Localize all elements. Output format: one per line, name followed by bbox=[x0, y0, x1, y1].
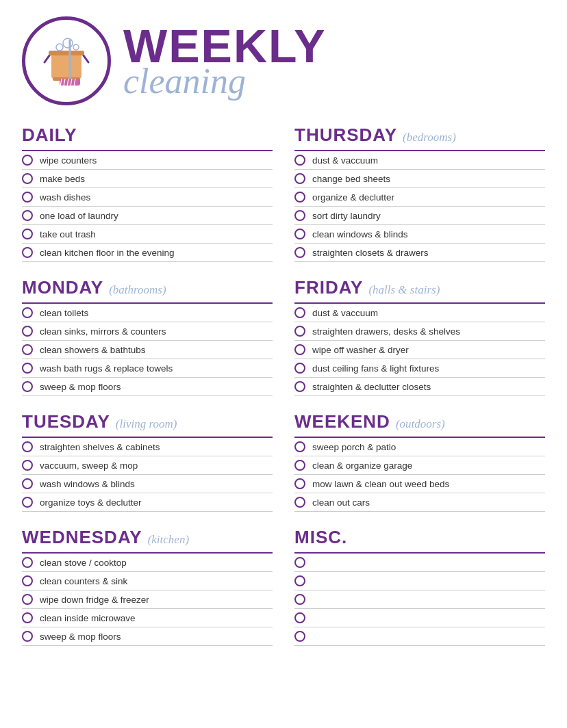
checkbox-circle[interactable] bbox=[294, 192, 305, 203]
content-columns: DAILYwipe countersmake bedswash disheson… bbox=[22, 125, 545, 661]
logo-circle bbox=[22, 16, 111, 105]
checkbox-circle[interactable] bbox=[22, 344, 33, 355]
checkbox-circle[interactable] bbox=[294, 155, 305, 166]
item-text: clean stove / cooktop bbox=[40, 558, 127, 568]
checkbox-circle[interactable] bbox=[22, 326, 33, 337]
checkbox-circle[interactable] bbox=[294, 557, 305, 568]
checkbox-circle[interactable] bbox=[294, 363, 305, 374]
item-text: wash bath rugs & replace towels bbox=[40, 363, 173, 374]
item-text: sweep & mop floors bbox=[40, 382, 121, 392]
list-item: straighten & declutter closets bbox=[294, 378, 545, 396]
day-label-thursday: THURSDAY bbox=[294, 125, 397, 146]
title-block: WEEKLY cleaning bbox=[123, 23, 327, 99]
section-daily: DAILYwipe countersmake bedswash disheson… bbox=[22, 125, 273, 262]
checkbox-circle[interactable] bbox=[294, 612, 305, 623]
item-text: organize & declutter bbox=[312, 192, 394, 203]
day-label-misc: MISC. bbox=[294, 527, 347, 548]
item-text: one load of laundry bbox=[40, 211, 118, 221]
day-label-friday: FRIDAY bbox=[294, 277, 363, 298]
list-item: sweep porch & patio bbox=[294, 438, 545, 456]
header: WEEKLY cleaning bbox=[22, 16, 545, 105]
list-item bbox=[294, 627, 545, 646]
section-title-wednesday: WEDNESDAY(kitchen) bbox=[22, 527, 273, 548]
list-item: vaccuum, sweep & mop bbox=[22, 456, 273, 475]
checkbox-circle[interactable] bbox=[294, 460, 305, 471]
list-item: one load of laundry bbox=[22, 207, 273, 225]
checkbox-circle[interactable] bbox=[22, 575, 33, 586]
list-item: straighten closets & drawers bbox=[294, 244, 545, 262]
checkbox-circle[interactable] bbox=[294, 326, 305, 337]
checkbox-circle[interactable] bbox=[294, 307, 305, 318]
item-text: wash windows & blinds bbox=[40, 479, 135, 489]
checkbox-circle[interactable] bbox=[22, 155, 33, 166]
checkbox-circle[interactable] bbox=[22, 363, 33, 374]
svg-rect-9 bbox=[60, 79, 80, 86]
item-text: straighten drawers, desks & shelves bbox=[312, 326, 460, 337]
list-item: dust & vaccuum bbox=[294, 151, 545, 170]
checkbox-circle[interactable] bbox=[294, 575, 305, 586]
checkbox-circle[interactable] bbox=[22, 497, 33, 508]
list-item: organize & declutter bbox=[294, 188, 545, 207]
checkbox-circle[interactable] bbox=[294, 173, 305, 184]
list-item: sort dirty laundry bbox=[294, 207, 545, 225]
checkbox-circle[interactable] bbox=[22, 631, 33, 642]
sub-label-monday: (bathrooms) bbox=[109, 283, 166, 297]
checkbox-circle[interactable] bbox=[294, 497, 305, 508]
item-text: sweep & mop floors bbox=[40, 632, 121, 642]
list-item: organize toys & declutter bbox=[22, 493, 273, 512]
section-title-thursday: THURSDAY(bedrooms) bbox=[294, 125, 545, 146]
item-text: straighten closets & drawers bbox=[312, 248, 429, 258]
checkbox-circle[interactable] bbox=[22, 557, 33, 568]
section-misc: MISC. bbox=[294, 527, 545, 646]
list-item: clean windows & blinds bbox=[294, 225, 545, 244]
checkbox-circle[interactable] bbox=[22, 381, 33, 392]
checkbox-circle[interactable] bbox=[22, 229, 33, 239]
checkbox-circle[interactable] bbox=[22, 307, 33, 318]
checkbox-circle[interactable] bbox=[294, 210, 305, 221]
checkbox-circle[interactable] bbox=[294, 247, 305, 258]
checkbox-circle[interactable] bbox=[22, 210, 33, 221]
section-tuesday: TUESDAY(living room)straighten shelves &… bbox=[22, 411, 273, 512]
item-text: clean toilets bbox=[40, 308, 88, 318]
checkbox-circle[interactable] bbox=[22, 594, 33, 605]
item-text: straighten & declutter closets bbox=[312, 382, 431, 392]
checkbox-circle[interactable] bbox=[22, 192, 33, 203]
list-item: mow lawn & clean out weed beds bbox=[294, 475, 545, 493]
item-list-wednesday: clean stove / cooktopclean counters & si… bbox=[22, 552, 273, 646]
list-item: change bed sheets bbox=[294, 170, 545, 188]
checkbox-circle[interactable] bbox=[294, 594, 305, 605]
list-item: dust & vaccuum bbox=[294, 304, 545, 322]
item-text: dust & vaccuum bbox=[312, 308, 378, 318]
item-text: mow lawn & clean out weed beds bbox=[312, 479, 449, 489]
list-item: sweep & mop floors bbox=[22, 627, 273, 646]
left-column: DAILYwipe countersmake bedswash disheson… bbox=[22, 125, 273, 661]
checkbox-circle[interactable] bbox=[294, 478, 305, 489]
checkbox-circle[interactable] bbox=[22, 173, 33, 184]
checkbox-circle[interactable] bbox=[22, 478, 33, 489]
list-item bbox=[294, 572, 545, 590]
sub-label-friday: (halls & stairs) bbox=[368, 283, 440, 297]
checkbox-circle[interactable] bbox=[22, 612, 33, 623]
checkbox-circle[interactable] bbox=[22, 441, 33, 452]
checkbox-circle[interactable] bbox=[294, 229, 305, 239]
checkbox-circle[interactable] bbox=[22, 247, 33, 258]
svg-point-6 bbox=[63, 38, 73, 48]
item-text: wipe down fridge & freezer bbox=[40, 595, 149, 605]
list-item: wash bath rugs & replace towels bbox=[22, 359, 273, 378]
checkbox-circle[interactable] bbox=[294, 631, 305, 642]
sub-label-thursday: (bedrooms) bbox=[403, 131, 456, 144]
day-label-monday: MONDAY bbox=[22, 277, 103, 298]
item-text: clean & organize garage bbox=[312, 460, 412, 471]
checkbox-circle[interactable] bbox=[294, 381, 305, 392]
list-item: clean counters & sink bbox=[22, 572, 273, 590]
item-text: change bed sheets bbox=[312, 174, 390, 184]
checkbox-circle[interactable] bbox=[294, 441, 305, 452]
list-item: straighten drawers, desks & shelves bbox=[294, 322, 545, 341]
list-item: take out trash bbox=[22, 225, 273, 244]
item-text: take out trash bbox=[40, 229, 96, 239]
section-title-friday: FRIDAY(halls & stairs) bbox=[294, 277, 545, 298]
list-item bbox=[294, 554, 545, 572]
checkbox-circle[interactable] bbox=[22, 460, 33, 471]
checkbox-circle[interactable] bbox=[294, 344, 305, 355]
item-list-daily: wipe countersmake bedswash dishesone loa… bbox=[22, 150, 273, 262]
